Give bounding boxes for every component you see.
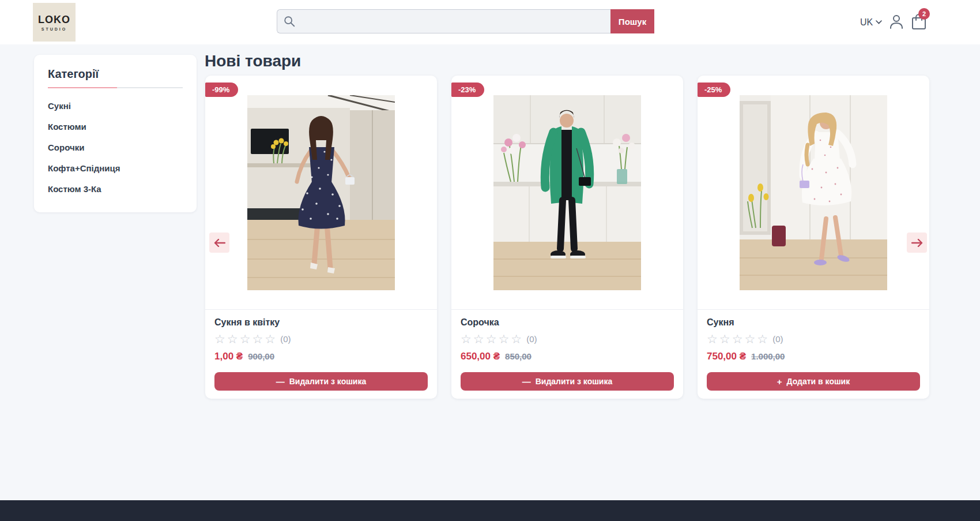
cart-button[interactable]: 2 xyxy=(910,13,928,32)
categories-sidebar: Категорії Сукні Костюми Сорочки Кофта+Сп… xyxy=(34,55,197,212)
product-rating: ☆☆☆☆☆(0) xyxy=(707,332,783,346)
card-divider xyxy=(698,309,929,310)
product-card: -23% xyxy=(451,76,683,399)
card-divider xyxy=(451,309,683,310)
carousel-prev-button[interactable] xyxy=(209,233,229,253)
remove-from-cart-button[interactable]: — Видалити з кошика xyxy=(214,372,428,391)
arrow-right-icon xyxy=(911,239,923,247)
old-price: 900,00 xyxy=(248,351,274,361)
rating-stars-icon: ☆☆☆☆☆ xyxy=(707,332,770,346)
language-label: UK xyxy=(860,17,873,28)
price-row: 750,00 ₴ 1.000,00 xyxy=(707,351,785,362)
arrow-left-icon xyxy=(214,239,225,247)
old-price: 1.000,00 xyxy=(751,351,785,361)
current-price: 750,00 ₴ xyxy=(707,351,746,362)
sidebar-item-shirts[interactable]: Сорочки xyxy=(34,137,197,158)
search-bar: Пошук xyxy=(277,9,654,33)
rating-stars-icon: ☆☆☆☆☆ xyxy=(214,332,277,346)
product-image-green-shirt[interactable] xyxy=(493,95,641,290)
rating-count: (0) xyxy=(280,334,291,344)
language-selector[interactable]: UK xyxy=(860,0,882,44)
cta-label: Додати в кошик xyxy=(787,377,850,386)
header: LOKO STUDIO Пошук UK xyxy=(0,0,980,44)
product-title[interactable]: Сукня в квітку xyxy=(214,317,280,328)
discount-badge: -25% xyxy=(698,83,730,97)
logo-text: LOKO xyxy=(38,14,70,26)
product-image-polka-dress[interactable] xyxy=(247,95,395,290)
logo-subtext: STUDIO xyxy=(42,27,67,31)
minus-icon: — xyxy=(276,377,285,387)
add-to-cart-button[interactable]: + Додати в кошик xyxy=(707,372,920,391)
minus-icon: — xyxy=(522,377,531,387)
old-price: 850,00 xyxy=(505,351,532,361)
rating-count: (0) xyxy=(772,334,783,344)
rating-count: (0) xyxy=(526,334,537,344)
product-card: -99% xyxy=(205,76,437,399)
rating-stars-icon: ☆☆☆☆☆ xyxy=(461,332,523,346)
current-price: 1,00 ₴ xyxy=(214,351,243,362)
logo[interactable]: LOKO STUDIO xyxy=(33,3,76,42)
sidebar-item-dresses[interactable]: Сукні xyxy=(34,96,197,117)
page: LOKO STUDIO Пошук UK xyxy=(0,0,980,521)
sidebar-title: Категорії xyxy=(48,68,183,81)
product-image-white-dress[interactable] xyxy=(740,95,887,290)
cta-label: Видалити з кошика xyxy=(289,377,367,386)
product-card: -25% xyxy=(698,76,929,399)
discount-badge: -23% xyxy=(451,83,484,97)
account-button[interactable] xyxy=(888,14,905,31)
sidebar-item-suits[interactable]: Костюми xyxy=(34,117,197,137)
category-list: Сукні Костюми Сорочки Кофта+Спідниця Кос… xyxy=(34,96,197,200)
remove-from-cart-button[interactable]: — Видалити з кошика xyxy=(461,372,674,391)
user-icon xyxy=(889,14,904,30)
price-row: 1,00 ₴ 900,00 xyxy=(214,351,274,362)
sidebar-item-suit-3pc[interactable]: Костюм 3-Ка xyxy=(34,179,197,200)
price-row: 650,00 ₴ 850,00 xyxy=(461,351,532,362)
sidebar-item-top-skirt[interactable]: Кофта+Спідниця xyxy=(34,158,197,179)
card-divider xyxy=(205,309,437,310)
chevron-down-icon xyxy=(876,20,882,24)
product-title[interactable]: Сорочка xyxy=(461,317,499,328)
product-title[interactable]: Сукня xyxy=(707,317,734,328)
product-rating: ☆☆☆☆☆(0) xyxy=(214,332,291,346)
carousel-next-button[interactable] xyxy=(907,233,927,253)
plus-icon: + xyxy=(777,377,782,387)
cta-label: Видалити з кошика xyxy=(536,377,613,386)
cart-count-badge: 2 xyxy=(918,8,930,20)
discount-badge: -99% xyxy=(205,83,238,97)
current-price: 650,00 ₴ xyxy=(461,351,500,362)
search-button[interactable]: Пошук xyxy=(610,9,654,33)
page-title: Нові товари xyxy=(205,52,301,70)
footer-bar xyxy=(0,500,980,521)
sidebar-divider xyxy=(48,87,183,88)
product-rating: ☆☆☆☆☆(0) xyxy=(461,332,537,346)
search-input[interactable] xyxy=(277,9,610,33)
